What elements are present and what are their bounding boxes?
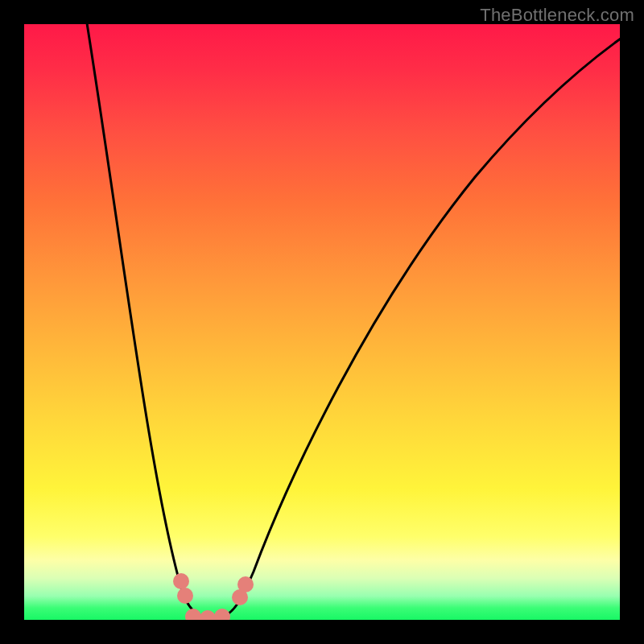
chart-frame: TheBottleneck.com: [0, 0, 644, 644]
marker-layer: [24, 24, 620, 620]
marker-dot: [214, 609, 230, 620]
plot-area: [24, 24, 620, 620]
marker-dot: [173, 573, 189, 589]
watermark-text: TheBottleneck.com: [480, 5, 634, 26]
marker-dot: [200, 610, 216, 620]
marker-dot: [177, 588, 193, 604]
marker-dot: [237, 576, 254, 592]
marker-dot: [185, 609, 201, 620]
